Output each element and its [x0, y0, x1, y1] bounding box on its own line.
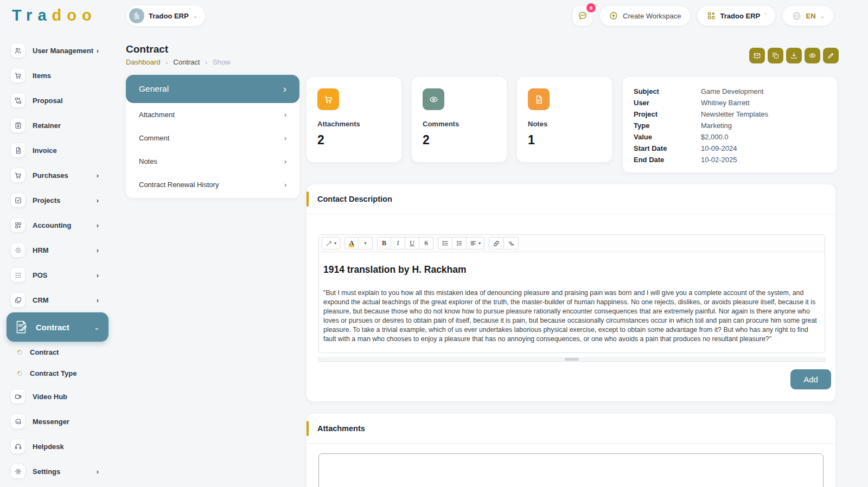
duplicate-button[interactable]	[768, 48, 783, 63]
topbar: Tradoo Tradoo ERP ⌄ 0 Create Workspace T…	[0, 0, 868, 33]
send-mail-button[interactable]	[749, 48, 765, 63]
card-title: Attachments	[317, 424, 365, 433]
erp-button-label: Tradoo ERP	[720, 12, 761, 20]
detail-row: UserWhitney Barrett	[634, 97, 826, 108]
chevron-right-icon: ›	[205, 59, 207, 66]
tab-comment[interactable]: Comment›	[126, 126, 299, 150]
grip-icon	[565, 358, 579, 361]
sidebar-item-hrm[interactable]: HRM ›	[0, 238, 115, 262]
editor-content[interactable]: 1914 translation by H. Rackham "But I mu…	[319, 252, 825, 353]
stat-value: 1	[528, 133, 535, 148]
bullet-dot-icon	[16, 349, 23, 356]
sidebar-subitem-contract[interactable]: Contract	[0, 342, 115, 363]
tab-general[interactable]: General ›	[126, 75, 299, 103]
paragraph-align-button[interactable]: ▾	[467, 237, 484, 249]
sidebar-item-proposal[interactable]: Proposal	[0, 88, 115, 113]
tab-notes[interactable]: Notes›	[126, 150, 299, 173]
ordered-list-button[interactable]	[452, 237, 467, 249]
chevron-right-icon: ›	[284, 111, 286, 119]
grid-plus-icon	[11, 218, 25, 232]
sidebar-item-helpdesk[interactable]: Helpdesk	[0, 434, 115, 459]
create-workspace-button[interactable]: Create Workspace	[599, 5, 690, 26]
sidebar-item-accounting[interactable]: Accounting ›	[0, 213, 115, 238]
detail-row: Start Date10-09-2024	[634, 143, 826, 154]
add-button[interactable]: Add	[790, 369, 831, 389]
video-icon	[11, 389, 25, 403]
attachment-dropzone[interactable]	[318, 453, 824, 487]
cart-icon	[11, 68, 25, 82]
sidebar-item-crm[interactable]: CRM ›	[0, 287, 115, 312]
workspace-selector[interactable]: Tradoo ERP ⌄	[126, 5, 205, 26]
gold-accent-bar	[307, 421, 309, 436]
sidebar-item-purchases[interactable]: Purchases ›	[0, 163, 115, 188]
eye-icon	[808, 52, 816, 60]
edit-button[interactable]	[823, 48, 839, 63]
link-icon	[493, 240, 500, 247]
unlink-button[interactable]	[504, 237, 519, 249]
unlink-icon	[507, 240, 515, 247]
chevron-right-icon: ›	[284, 158, 286, 165]
detail-row: TypeMarketing	[634, 120, 826, 131]
chat-bubble-icon	[11, 414, 25, 428]
language-selector[interactable]: EN ⌄	[782, 5, 834, 26]
workspace-name: Tradoo ERP	[149, 12, 189, 20]
sidebar-item-contract-active[interactable]: Contract ⌄	[7, 312, 108, 342]
list-ol-icon	[456, 240, 463, 247]
contract-details-card: SubjectGame Development UserWhitney Barr…	[623, 77, 837, 172]
tab-contract-renewal-history[interactable]: Contract Renewal History›	[126, 173, 299, 196]
chevron-right-icon: ›	[97, 467, 99, 476]
sidebar-item-invoice[interactable]: Invoice	[0, 138, 115, 163]
font-color-button[interactable]: A	[344, 237, 359, 249]
font-color-dropdown[interactable]: ▾	[359, 237, 373, 249]
underline-button[interactable]: U	[405, 237, 419, 249]
download-button[interactable]	[786, 48, 802, 63]
chat-button[interactable]: 0	[572, 5, 593, 26]
breadcrumb-current: Show	[213, 58, 231, 66]
sidebar-item-retainer[interactable]: Retainer	[0, 113, 115, 138]
magic-wand-icon	[326, 240, 333, 247]
bold-button[interactable]: B	[377, 237, 391, 249]
chevron-right-icon: ›	[284, 181, 286, 189]
breadcrumb: Dashboard › Contract › Show	[126, 58, 231, 66]
detail-row: End Date10-02-2025	[634, 154, 826, 165]
insert-link-button[interactable]	[489, 237, 504, 249]
editor-resize-handle[interactable]	[318, 357, 825, 362]
sidebar-item-items[interactable]: Items	[0, 63, 115, 88]
copy-squares-icon	[11, 293, 25, 307]
stat-label: Notes	[528, 120, 547, 128]
page-actions	[749, 48, 839, 63]
check-square-icon	[11, 193, 25, 207]
tab-attachment[interactable]: Attachment›	[126, 103, 299, 126]
chevron-down-icon: ⌄	[820, 13, 825, 19]
sidebar-item-video-hub[interactable]: Video Hub	[0, 384, 115, 409]
chevron-right-icon: ›	[284, 134, 286, 142]
sidebar-item-messenger[interactable]: Messenger	[0, 409, 115, 434]
app-logo[interactable]: Tradoo	[12, 7, 97, 24]
sidebar-item-pos[interactable]: POS ›	[0, 262, 115, 287]
chat-bubble-icon	[577, 10, 588, 21]
chevron-right-icon: ›	[97, 196, 99, 204]
stat-value: 2	[317, 133, 324, 148]
strikethrough-button[interactable]: S	[419, 237, 433, 249]
sidebar-subitem-contract-type[interactable]: Contract Type	[0, 363, 115, 384]
unordered-list-button[interactable]	[438, 237, 452, 249]
chevron-down-icon: ˇ	[764, 13, 766, 19]
sidebar-item-projects[interactable]: Projects ›	[0, 188, 115, 213]
chevron-down-icon: ⌄	[193, 13, 197, 19]
breadcrumb-contract-link[interactable]: Contract	[173, 58, 200, 66]
breadcrumb-dashboard-link[interactable]: Dashboard	[126, 58, 161, 66]
create-workspace-label: Create Workspace	[623, 12, 681, 20]
swap-boxes-icon	[11, 93, 25, 107]
cart-icon	[317, 88, 339, 110]
italic-button[interactable]: I	[391, 237, 405, 249]
sidebar-item-settings[interactable]: Settings ›	[0, 459, 115, 484]
detail-row: SubjectGame Development	[634, 86, 826, 97]
style-magic-button[interactable]: ▾	[322, 237, 340, 249]
view-button[interactable]	[805, 48, 820, 63]
users-icon	[11, 43, 25, 57]
sidebar-item-user-management[interactable]: User Management ›	[0, 38, 115, 63]
building-icon	[132, 11, 141, 20]
erp-apps-button[interactable]: Tradoo ERP ˇ	[697, 5, 776, 26]
editor-heading: 1914 translation by H. Rackham	[323, 264, 820, 275]
editor-paragraph: "But I must explain to you how all this …	[323, 289, 820, 344]
